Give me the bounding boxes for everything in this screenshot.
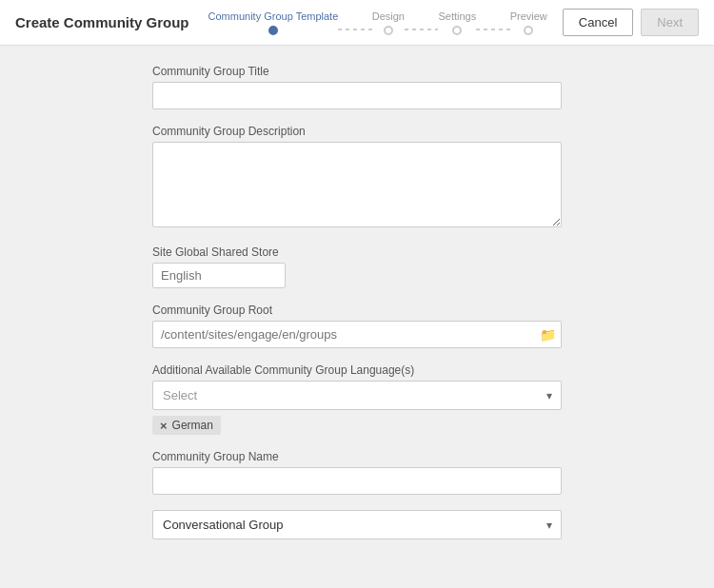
- title-input[interactable]: [152, 82, 562, 109]
- next-button[interactable]: Next: [641, 9, 699, 36]
- root-path-input[interactable]: [152, 321, 562, 348]
- wizard-step-1-label: Community Group Template: [208, 10, 339, 22]
- language-select-wrapper: Select German French Spanish ▾: [152, 381, 562, 410]
- wizard-step-4: Preview: [510, 10, 547, 35]
- wizard-step-3: Settings: [438, 10, 476, 35]
- description-label: Community Group Description: [152, 125, 562, 138]
- wizard-connector-1: [338, 29, 371, 30]
- page-title: Create Community Group: [15, 14, 189, 30]
- wizard-step-1-dot: [268, 26, 278, 35]
- header: Create Community Group Community Group T…: [0, 0, 714, 46]
- cancel-button[interactable]: Cancel: [563, 9, 633, 36]
- header-actions: Cancel Next: [563, 9, 699, 36]
- wizard-step-4-dot: [524, 26, 533, 35]
- name-group: Community Group Name: [152, 450, 562, 495]
- tag-label-german: German: [172, 419, 213, 432]
- shared-store-input[interactable]: [152, 263, 286, 288]
- root-label: Community Group Root: [152, 304, 562, 317]
- wizard-step-4-label: Preview: [510, 10, 547, 22]
- wizard-steps: Community Group Template Design Settings…: [208, 10, 547, 35]
- name-label: Community Group Name: [152, 450, 562, 463]
- shared-store-group: Site Global Shared Store: [152, 245, 562, 288]
- folder-icon[interactable]: 📁: [540, 327, 556, 343]
- tag-remove-german[interactable]: ×: [160, 420, 168, 432]
- group-type-group: Conversational Group Featured Group Stan…: [152, 510, 562, 539]
- wizard-step-2: Design: [372, 10, 405, 35]
- title-group: Community Group Title: [152, 65, 562, 109]
- root-group: Community Group Root 📁: [152, 304, 562, 348]
- wizard-step-2-label: Design: [372, 10, 405, 22]
- language-group: Additional Available Community Group Lan…: [152, 363, 562, 435]
- wizard-connector-3: [476, 29, 509, 30]
- wizard-connector-2: [405, 29, 438, 30]
- main-content: Community Group Title Community Group De…: [0, 46, 714, 574]
- root-path-wrapper: 📁: [152, 321, 562, 348]
- wizard-step-3-label: Settings: [438, 10, 476, 22]
- title-label: Community Group Title: [152, 65, 562, 78]
- language-label: Additional Available Community Group Lan…: [152, 363, 562, 377]
- group-type-select-wrapper: Conversational Group Featured Group Stan…: [152, 510, 562, 539]
- wizard-step-3-dot: [452, 26, 462, 35]
- description-textarea[interactable]: [152, 142, 562, 227]
- language-select[interactable]: Select German French Spanish: [152, 381, 562, 410]
- name-input[interactable]: [152, 467, 562, 495]
- shared-store-label: Site Global Shared Store: [152, 245, 562, 259]
- description-group: Community Group Description: [152, 125, 562, 230]
- wizard-step-2-dot: [384, 26, 393, 35]
- wizard-step-1: Community Group Template: [208, 10, 339, 35]
- language-tag-german: × German: [152, 416, 221, 435]
- group-type-select[interactable]: Conversational Group Featured Group Stan…: [152, 510, 562, 539]
